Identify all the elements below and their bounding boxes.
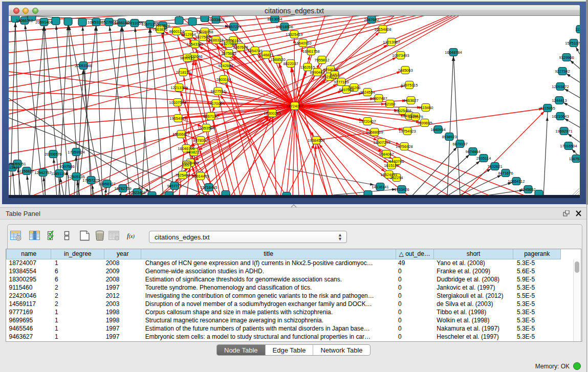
- svg-text:8822037: 8822037: [283, 61, 298, 66]
- svg-text:20053346: 20053346: [75, 63, 92, 68]
- svg-text:10973493: 10973493: [392, 53, 409, 58]
- svg-text:8427552: 8427552: [210, 89, 225, 94]
- svg-text:10719155: 10719155: [126, 21, 143, 26]
- svg-text:18907249: 18907249: [373, 140, 390, 145]
- svg-text:16543382: 16543382: [186, 42, 203, 47]
- svg-text:13325419: 13325419: [286, 32, 302, 37]
- svg-text:7663822: 7663822: [153, 27, 167, 32]
- svg-text:2718176: 2718176: [176, 70, 190, 75]
- svg-text:14055712: 14055712: [16, 18, 33, 23]
- svg-text:11451194: 11451194: [51, 171, 68, 176]
- svg-text:13226058: 13226058: [196, 30, 213, 34]
- svg-text:16154808: 16154808: [374, 27, 391, 32]
- svg-text:62160: 62160: [385, 102, 396, 106]
- svg-text:9329966: 9329966: [559, 55, 574, 60]
- svg-text:6452: 6452: [331, 73, 339, 77]
- svg-text:15716485: 15716485: [200, 185, 217, 190]
- svg-text:19218506: 19218506: [276, 25, 293, 29]
- svg-text:8471676: 8471676: [498, 171, 513, 176]
- svg-text:18724007: 18724007: [286, 104, 303, 108]
- svg-text:3624554: 3624554: [360, 90, 375, 95]
- svg-text:19166827: 19166827: [172, 132, 189, 137]
- svg-text:1615132: 1615132: [384, 163, 399, 168]
- svg-text:746266: 746266: [347, 85, 360, 90]
- svg-text:3675685: 3675685: [221, 51, 236, 56]
- svg-text:1657: 1657: [183, 163, 191, 167]
- svg-text:8215955: 8215955: [540, 106, 555, 111]
- svg-text:12213967: 12213967: [383, 40, 400, 45]
- svg-text:17016504: 17016504: [560, 144, 577, 148]
- svg-text:12975115: 12975115: [401, 83, 418, 87]
- svg-text:7485063: 7485063: [398, 68, 412, 73]
- svg-text:9890112: 9890112: [180, 56, 195, 60]
- svg-text:12093872: 12093872: [552, 84, 569, 89]
- svg-text:9245652: 9245652: [520, 187, 535, 192]
- svg-text:11173: 11173: [575, 27, 580, 32]
- svg-text:2935114: 2935114: [476, 156, 491, 161]
- svg-text:17957225: 17957225: [82, 178, 99, 183]
- svg-text:18300295: 18300295: [264, 111, 280, 116]
- svg-text:9115460: 9115460: [419, 105, 433, 110]
- svg-text:19384554: 19384554: [308, 138, 324, 143]
- svg-text:9397586: 9397586: [59, 164, 74, 169]
- svg-text:19756928: 19756928: [396, 144, 412, 149]
- svg-text:10107554: 10107554: [169, 100, 186, 105]
- svg-text:6879197: 6879197: [452, 142, 467, 146]
- svg-text:2803144: 2803144: [216, 77, 231, 82]
- svg-text:15751074: 15751074: [565, 41, 580, 46]
- svg-text:2867608: 2867608: [233, 45, 248, 50]
- svg-text:1733426: 1733426: [394, 187, 409, 192]
- svg-text:9327508: 9327508: [195, 35, 210, 39]
- svg-text:7955812: 7955812: [314, 58, 329, 62]
- svg-text:8990448: 8990448: [310, 70, 324, 75]
- svg-text:9657771: 9657771: [167, 184, 182, 188]
- svg-text:16640910: 16640910: [294, 41, 311, 46]
- svg-text:9474444: 9474444: [465, 149, 480, 154]
- svg-text:6794028: 6794028: [323, 68, 338, 72]
- svg-text:10958107: 10958107: [98, 182, 115, 186]
- svg-text:2087682: 2087682: [364, 17, 379, 22]
- svg-text:1167533: 1167533: [569, 157, 580, 161]
- svg-text:8938923: 8938923: [442, 135, 456, 139]
- svg-text:10654112: 10654112: [508, 179, 525, 184]
- svg-text:17359924: 17359924: [68, 150, 84, 155]
- svg-text:1362615: 1362615: [300, 65, 315, 70]
- svg-text:19654941: 19654941: [169, 116, 186, 121]
- svg-text:12923468: 12923468: [128, 190, 145, 195]
- svg-text:12213369: 12213369: [170, 85, 187, 90]
- svg-text:8878332: 8878332: [193, 138, 208, 143]
- svg-text:7357224: 7357224: [226, 25, 241, 29]
- svg-text:9242848: 9242848: [218, 63, 233, 68]
- svg-text:9227342: 9227342: [555, 69, 570, 74]
- svg-text:15720407: 15720407: [359, 119, 376, 124]
- svg-text:7632621: 7632621: [487, 164, 502, 169]
- svg-text:f(x): f(x): [127, 232, 135, 239]
- svg-text:1244413: 1244413: [552, 98, 567, 103]
- svg-text:917006: 917006: [209, 101, 222, 106]
- svg-text:16648784: 16648784: [445, 50, 462, 55]
- svg-text:16033809: 16033809: [207, 17, 224, 22]
- svg-text:10025488: 10025488: [394, 108, 411, 113]
- svg-text:8813054: 8813054: [267, 17, 282, 21]
- svg-text:12942757: 12942757: [34, 170, 51, 175]
- svg-text:9699695: 9699695: [417, 121, 432, 125]
- svg-text:16961758: 16961758: [302, 49, 319, 54]
- svg-text:19754923: 19754923: [399, 129, 416, 134]
- svg-text:9777169: 9777169: [334, 80, 349, 84]
- svg-text:1640954: 1640954: [430, 127, 445, 132]
- svg-text:10688609: 10688609: [366, 130, 383, 135]
- svg-text:20691406: 20691406: [35, 20, 52, 25]
- svg-text:20206576: 20206576: [45, 152, 61, 157]
- svg-text:9084067: 9084067: [379, 152, 394, 157]
- svg-text:16210643: 16210643: [552, 114, 569, 119]
- svg-text:14136141: 14136141: [372, 185, 388, 189]
- svg-text:1449579: 1449579: [408, 115, 423, 119]
- svg-text:1156827: 1156827: [19, 169, 34, 173]
- svg-text:252254: 252254: [390, 176, 403, 180]
- svg-text:16914479: 16914479: [192, 174, 209, 179]
- svg-text:26055051: 26055051: [9, 162, 26, 166]
- svg-text:7625402: 7625402: [175, 173, 190, 178]
- svg-text:8267130: 8267130: [203, 114, 218, 119]
- svg-text:9146821: 9146821: [258, 53, 273, 57]
- svg-text:19692971: 19692971: [555, 129, 572, 134]
